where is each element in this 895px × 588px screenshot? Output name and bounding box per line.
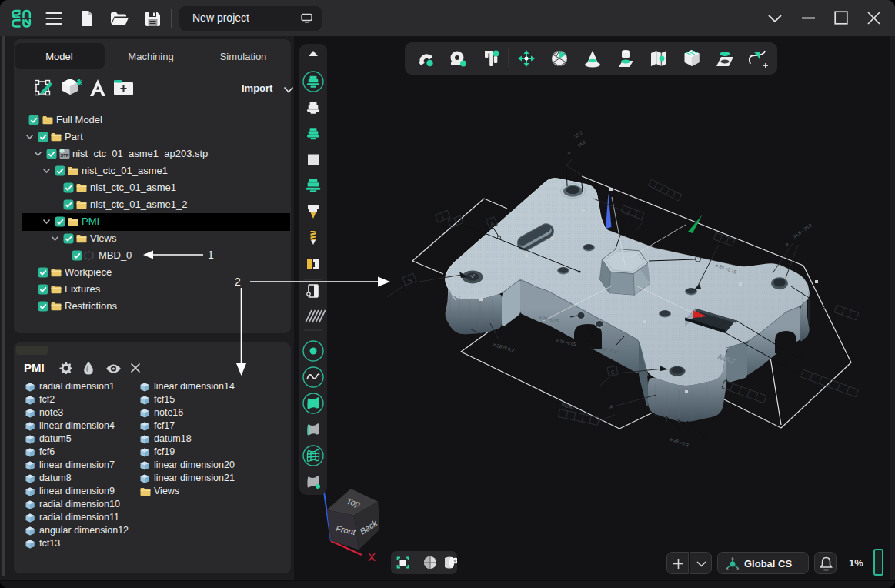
svg-text:2: 2 (235, 276, 241, 288)
svg-text:C: C (610, 369, 615, 376)
svg-text:⌀ 25 +0.2: ⌀ 25 +0.2 (670, 436, 690, 448)
svg-text:35.2: 35.2 (573, 130, 584, 139)
svg-text:View2: View2 (561, 402, 576, 410)
svg-text:X: X (368, 550, 376, 563)
svg-text:34.8 - 35.2: 34.8 - 35.2 (792, 222, 813, 239)
svg-text:STP: STP (60, 153, 69, 158)
svg-text:⌀: ⌀ (784, 242, 790, 247)
svg-text:⌀: ⌀ (566, 150, 572, 155)
svg-text:34.8: 34.8 (576, 139, 587, 149)
svg-text:⌀ 26 0/-0.2: ⌀ 26 0/-0.2 (493, 342, 516, 353)
svg-text:A: A (609, 404, 613, 409)
svg-text:⌀ 20 +0.05: ⌀ 20 +0.05 (556, 338, 576, 346)
svg-text:1: 1 (208, 249, 214, 261)
